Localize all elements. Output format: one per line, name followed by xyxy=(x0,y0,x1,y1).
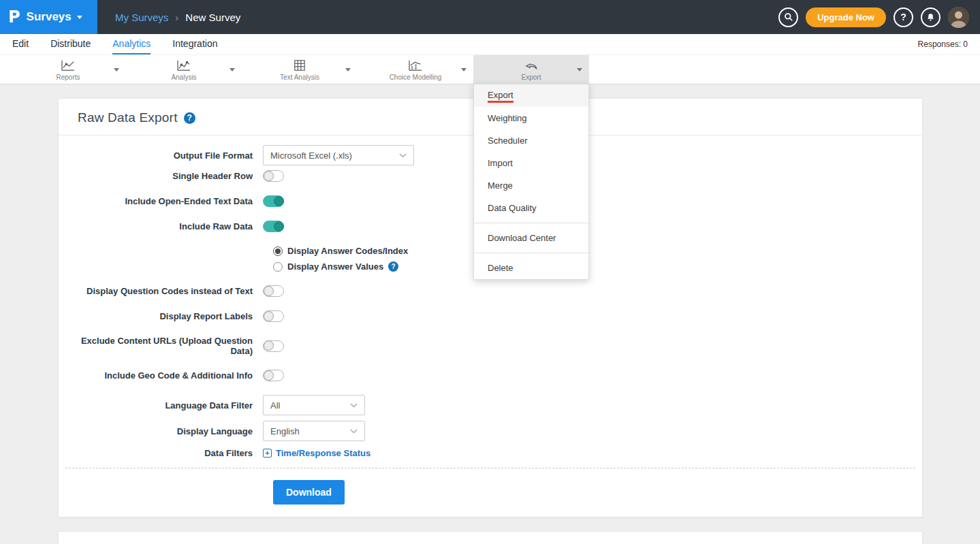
upgrade-now-button[interactable]: Upgrade Now xyxy=(806,7,886,27)
top-navigation-bar: P Surveys My Surveys › New Survey Upgrad… xyxy=(0,0,980,34)
toolbar-analysis-label: Analysis xyxy=(171,74,196,81)
reports-chart-icon xyxy=(61,59,76,72)
export-menu-highlight: Export xyxy=(488,90,513,103)
output-file-format-select[interactable]: Microsoft Excel (.xls) xyxy=(263,145,414,165)
toolbar-export-label: Export xyxy=(522,74,541,81)
display-language-label: Display Language xyxy=(59,426,263,436)
geo-code-label: Include Geo Code & Additional Info xyxy=(59,370,263,381)
menu-item-merge[interactable]: Merge xyxy=(474,174,588,197)
chevron-down-icon[interactable] xyxy=(461,68,467,71)
menu-divider xyxy=(474,253,588,253)
page: P Surveys My Surveys › New Survey Upgrad… xyxy=(0,0,980,544)
report-labels-label: Display Report Labels xyxy=(59,311,263,321)
toggle-knob xyxy=(274,196,284,206)
chevron-down-icon[interactable] xyxy=(577,68,582,71)
toggle-knob xyxy=(264,370,274,381)
search-icon[interactable] xyxy=(778,7,798,27)
raw-data-export-title: Raw Data Export xyxy=(78,110,178,125)
toolbar-export[interactable]: Export xyxy=(473,55,589,84)
exclude-content-urls-label: Exclude Content URLs (Upload Question Da… xyxy=(59,336,263,356)
question-codes-toggle[interactable] xyxy=(263,285,284,297)
geo-code-toggle[interactable] xyxy=(263,370,284,381)
menu-item-download-center[interactable]: Download Center xyxy=(474,227,588,249)
toolbar-choice-modelling[interactable]: Choice Modelling xyxy=(358,55,473,84)
questionpro-logo: P xyxy=(8,7,20,27)
tab-edit[interactable]: Edit xyxy=(12,34,29,54)
toolbar-text-analysis[interactable]: Text Analysis xyxy=(242,55,358,84)
menu-item-weighting[interactable]: Weighting xyxy=(474,107,588,129)
include-raw-data-label: Include Raw Data xyxy=(59,221,263,231)
menu-item-export[interactable]: Export xyxy=(474,84,588,107)
display-answer-values-help-icon[interactable]: ? xyxy=(388,261,398,272)
output-file-format-label: Output File Format xyxy=(59,150,263,161)
download-button[interactable]: Download xyxy=(273,480,345,505)
include-open-ended-label: Include Open-Ended Text Data xyxy=(59,196,263,206)
display-answer-values-radio[interactable] xyxy=(273,262,283,272)
single-header-row-toggle[interactable] xyxy=(263,170,284,182)
time-response-status-label: Time/Response Status xyxy=(276,448,370,458)
notifications-bell-icon[interactable] xyxy=(921,7,941,27)
choice-modelling-icon xyxy=(408,59,423,72)
toolbar-reports[interactable]: Reports xyxy=(10,55,126,84)
toolbar-analysis[interactable]: Analysis xyxy=(126,55,242,84)
chevron-down-icon xyxy=(399,153,407,158)
section-tabs: Edit Distribute Analytics Integration xyxy=(12,34,217,54)
breadcrumb-separator: › xyxy=(175,12,178,23)
menu-item-scheduler[interactable]: Scheduler xyxy=(474,129,588,152)
display-language-select[interactable]: English xyxy=(263,421,365,441)
toggle-knob xyxy=(264,286,274,296)
plus-icon: + xyxy=(263,449,272,458)
toolbar-text-analysis-label: Text Analysis xyxy=(280,74,319,81)
tab-analytics[interactable]: Analytics xyxy=(112,34,151,54)
product-name: Surveys xyxy=(27,10,72,24)
display-language-value: English xyxy=(270,426,300,436)
toggle-knob xyxy=(274,221,284,231)
breadcrumb: My Surveys › New Survey xyxy=(115,12,240,23)
breadcrumb-my-surveys[interactable]: My Surveys xyxy=(115,12,168,23)
charts-analytics-export-header: Charts & Analytics Export ? xyxy=(59,532,922,544)
answer-display-radio-group: Display Answer Codes/Index Display Answe… xyxy=(273,246,922,272)
data-filters-label: Data Filters xyxy=(59,448,263,458)
user-avatar[interactable] xyxy=(948,7,969,28)
tab-distribute[interactable]: Distribute xyxy=(50,34,91,54)
language-data-filter-select[interactable]: All xyxy=(263,395,365,415)
chevron-down-icon[interactable] xyxy=(114,68,119,71)
text-analysis-icon xyxy=(293,59,306,72)
analysis-chart-icon xyxy=(176,59,191,72)
chevron-down-icon xyxy=(350,429,358,434)
menu-item-delete[interactable]: Delete xyxy=(474,257,588,279)
question-codes-label: Display Question Codes instead of Text xyxy=(59,286,263,296)
menu-divider xyxy=(474,223,588,223)
toolbar-reports-label: Reports xyxy=(56,74,80,81)
surveys-product-menu[interactable]: P Surveys xyxy=(0,0,97,34)
output-file-format-value: Microsoft Excel (.xls) xyxy=(270,150,352,161)
language-data-filter-value: All xyxy=(270,400,280,411)
include-raw-data-toggle[interactable] xyxy=(263,221,284,232)
menu-item-data-quality[interactable]: Data Quality xyxy=(474,197,588,219)
display-answer-codes-label: Display Answer Codes/Index xyxy=(287,246,408,256)
report-labels-toggle[interactable] xyxy=(263,310,284,322)
display-answer-codes-radio[interactable] xyxy=(273,246,283,256)
language-data-filter-label: Language Data Filter xyxy=(59,400,263,411)
display-answer-values-label: Display Answer Values xyxy=(287,261,383,272)
time-response-status-link[interactable]: + Time/Response Status xyxy=(263,448,370,458)
chevron-down-icon xyxy=(77,16,82,19)
single-header-row-label: Single Header Row xyxy=(59,171,263,181)
tab-integration[interactable]: Integration xyxy=(172,34,217,54)
include-open-ended-toggle[interactable] xyxy=(263,195,284,207)
charts-analytics-export-card: Charts & Analytics Export ? xyxy=(58,531,923,544)
topbar-actions: Upgrade Now ? xyxy=(778,7,980,28)
section-tabs-bar: Edit Distribute Analytics Integration Re… xyxy=(0,34,980,55)
responses-count: Responses: 0 xyxy=(918,39,968,49)
menu-item-import[interactable]: Import xyxy=(474,152,588,174)
chevron-down-icon[interactable] xyxy=(230,68,235,71)
breadcrumb-current-survey: New Survey xyxy=(185,12,240,23)
raw-data-export-help-icon[interactable]: ? xyxy=(184,112,195,124)
help-icon[interactable]: ? xyxy=(894,7,913,27)
export-share-icon xyxy=(524,59,539,72)
chevron-down-icon[interactable] xyxy=(345,68,351,71)
exclude-content-urls-toggle[interactable] xyxy=(263,340,284,352)
chevron-down-icon xyxy=(350,403,358,408)
export-dropdown-menu: Export Weighting Scheduler Import Merge … xyxy=(473,84,589,280)
analytics-toolbar: Reports Analysis Text An xyxy=(0,55,980,84)
